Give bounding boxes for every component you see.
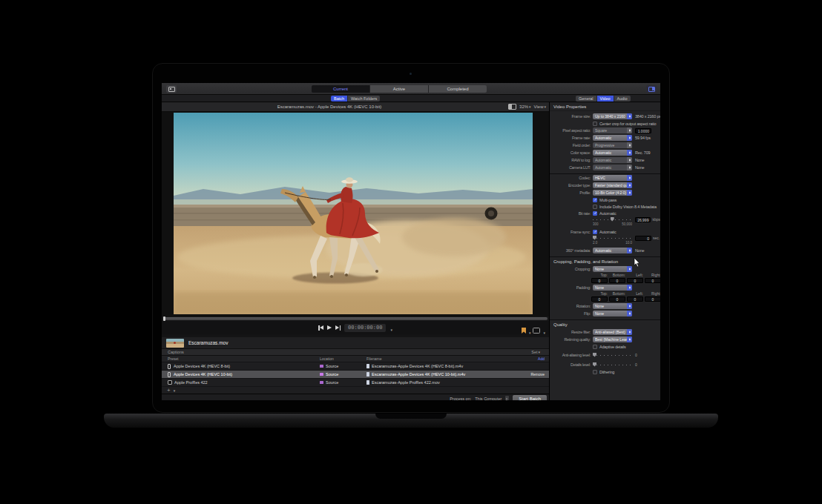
crop-left-field[interactable]: 0	[627, 278, 643, 283]
preset-name: Apple Devices 4K (HEVC 8-bit)	[174, 364, 230, 368]
multi-pass-checkbox[interactable]	[593, 198, 597, 202]
center-crop-checkbox[interactable]	[593, 122, 597, 126]
webcam-dot	[410, 73, 412, 75]
chevron-updown-icon	[627, 285, 632, 291]
scrubber-track[interactable]	[163, 317, 548, 320]
profile-row: Profile: 10-Bit Color (4:2:0)	[550, 189, 660, 196]
resize-filter-popup[interactable]: Anti-aliased (Best)	[593, 329, 632, 335]
cropping-value: None	[593, 267, 627, 271]
encoder-type-row: Encoder type: Faster (standard qua...	[550, 182, 660, 189]
tab-general[interactable]: General	[576, 96, 597, 102]
anti-aliasing-slider[interactable]	[593, 355, 632, 356]
add-job-button[interactable]: +	[167, 387, 171, 394]
crop-bottom-field[interactable]: 0	[609, 278, 625, 283]
profile-value: 10-Bit Color (4:2:0)	[593, 190, 627, 195]
tab-video[interactable]: Video	[597, 96, 614, 102]
timecode-display[interactable]: 00:00:00:00	[344, 324, 386, 332]
tab-active[interactable]: Active	[370, 85, 429, 93]
rotation-row: Rotation: None	[550, 302, 660, 310]
bit-rate-slider[interactable]	[593, 219, 632, 220]
frame-sync-field[interactable]: 0	[635, 236, 651, 241]
process-on-value: This Computer	[475, 397, 502, 400]
quality-section-heading: Quality	[550, 320, 660, 328]
metadata-360-label: 360° metadata:	[550, 248, 593, 253]
start-batch-button[interactable]: Start Batch	[513, 395, 547, 400]
slider-thumb[interactable]	[593, 236, 596, 240]
table-row[interactable]: Apple Devices 4K (HEVC 8-bit) Source Esc…	[162, 362, 549, 370]
timecode-dropdown-chevron[interactable]	[389, 321, 392, 334]
batch-job-row[interactable]: Escaramuzas.mov	[162, 337, 549, 348]
retiming-quality-popup[interactable]: Best (Machine Learni...	[593, 336, 632, 342]
preview-pane: Escaramuzas.mov - Apple Devices 4K (HEVC…	[162, 102, 549, 400]
captions-row[interactable]: Captions Set	[162, 348, 549, 356]
chevron-updown-icon	[627, 329, 632, 335]
caption-bubble-icon[interactable]	[533, 328, 540, 334]
chevron-updown-icon	[627, 248, 632, 253]
padding-popup[interactable]: None	[593, 285, 632, 291]
pad-right-field[interactable]: 0	[645, 296, 660, 302]
tab-batch[interactable]: Batch	[331, 96, 348, 102]
captions-set-dropdown[interactable]: Set	[531, 350, 540, 354]
tab-audio[interactable]: Audio	[614, 96, 631, 102]
metadata-360-popup[interactable]: Automatic	[593, 248, 632, 253]
location-value: Source	[326, 372, 338, 377]
slider-thumb[interactable]	[593, 362, 596, 367]
crop-right-field[interactable]: 0	[645, 278, 660, 283]
inspector-toggle-button[interactable]	[646, 85, 657, 93]
view-dropdown[interactable]: View	[534, 105, 546, 109]
codec-row: Codec: HEVC	[550, 174, 660, 182]
table-row-selected[interactable]: Apple Devices 4K (HEVC 10-bit) Source Es…	[162, 370, 549, 378]
encoder-type-label: Encoder type:	[550, 183, 593, 188]
slider-thumb[interactable]	[611, 217, 614, 222]
slider-thumb[interactable]	[593, 353, 596, 357]
pad-bottom-field[interactable]: 0	[609, 296, 625, 302]
laptop-lid-notch	[375, 414, 447, 419]
cropping-popup[interactable]: None	[593, 266, 632, 272]
bit-rate-auto-checkbox[interactable]	[593, 211, 597, 216]
pad-left-field[interactable]: 0	[627, 296, 643, 302]
compressor-window: Current Active Completed Batch Watch Fol…	[162, 83, 660, 400]
frame-sync-slider[interactable]	[593, 238, 632, 239]
profile-popup[interactable]: 10-Bit Color (4:2:0)	[593, 190, 632, 196]
raw-to-log-label: RAW to log:	[550, 158, 593, 162]
pixel-aspect-label: Pixel aspect ratio:	[550, 128, 593, 133]
play-button[interactable]	[327, 325, 332, 330]
previous-frame-button[interactable]	[318, 325, 323, 331]
next-frame-button[interactable]	[335, 325, 341, 331]
bookmark-dropdown-chevron[interactable]	[528, 324, 531, 337]
video-frame[interactable]	[174, 113, 533, 314]
crop-top-field[interactable]: 0	[591, 278, 608, 283]
encoder-type-popup[interactable]: Faster (standard qua...	[593, 182, 632, 188]
codec-popup[interactable]: HEVC	[593, 175, 632, 181]
table-row[interactable]: Apple ProRes 422 Source Escaramuzas-Appl…	[162, 378, 549, 386]
chevron-updown-icon	[627, 165, 632, 170]
tab-completed[interactable]: Completed	[429, 85, 487, 93]
pad-top-field[interactable]: 0	[591, 296, 608, 302]
details-level-slider[interactable]	[593, 365, 632, 365]
add-output-link[interactable]: Add	[538, 357, 545, 361]
tab-current[interactable]: Current	[312, 85, 370, 93]
remove-output-link[interactable]: Remove	[530, 372, 545, 377]
pixel-aspect-field[interactable]: 1.0000	[635, 128, 651, 133]
inspector-toggle-icon	[648, 87, 655, 92]
caption-dropdown-chevron[interactable]	[542, 324, 545, 337]
rotation-popup[interactable]: None	[593, 303, 632, 309]
zoom-level-dropdown[interactable]: 32%	[519, 105, 531, 109]
tab-watch-folders[interactable]: Watch Folders	[348, 96, 380, 102]
prores-icon	[168, 380, 172, 385]
preview-toggle-button[interactable]	[166, 85, 177, 93]
frame-size-popup[interactable]: Up to 3840 x 2160	[593, 113, 632, 119]
frame-sync-auto-checkbox[interactable]	[593, 230, 597, 234]
frame-rate-popup[interactable]: Automatic	[593, 135, 632, 141]
column-preset: Preset	[168, 357, 178, 361]
flip-popup[interactable]: None	[593, 311, 632, 316]
dolby-vision-checkbox[interactable]	[593, 205, 597, 209]
add-job-dropdown-chevron[interactable]	[173, 388, 176, 393]
color-space-popup[interactable]: Automatic	[593, 150, 632, 156]
adaptive-details-checkbox[interactable]	[593, 345, 597, 349]
process-on-stepper[interactable]	[505, 396, 509, 401]
bit-rate-field[interactable]: 26,999	[635, 217, 651, 222]
compare-view-icon[interactable]	[508, 104, 516, 110]
bookmark-icon[interactable]	[522, 328, 526, 334]
dithering-checkbox[interactable]	[593, 370, 597, 374]
